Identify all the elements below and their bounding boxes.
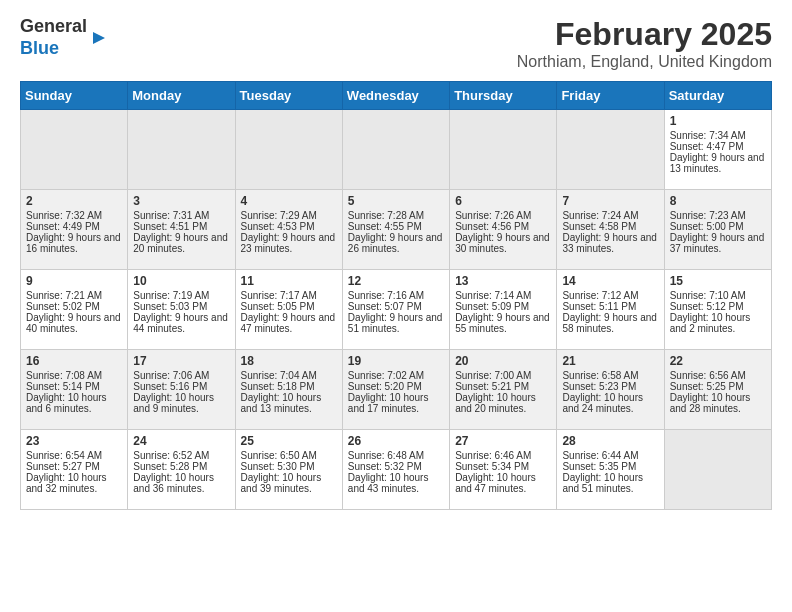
sunrise-text: Sunrise: 7:04 AM <box>241 370 317 381</box>
sunset-text: Sunset: 5:27 PM <box>26 461 100 472</box>
daylight-text: Daylight: 10 hours and 20 minutes. <box>455 392 536 414</box>
calendar-cell: 10Sunrise: 7:19 AMSunset: 5:03 PMDayligh… <box>128 270 235 350</box>
daylight-text: Daylight: 9 hours and 30 minutes. <box>455 232 550 254</box>
calendar-cell: 7Sunrise: 7:24 AMSunset: 4:58 PMDaylight… <box>557 190 664 270</box>
sunset-text: Sunset: 5:30 PM <box>241 461 315 472</box>
header-sunday: Sunday <box>21 82 128 110</box>
sunrise-text: Sunrise: 6:44 AM <box>562 450 638 461</box>
daylight-text: Daylight: 10 hours and 36 minutes. <box>133 472 214 494</box>
calendar-week-2: 2Sunrise: 7:32 AMSunset: 4:49 PMDaylight… <box>21 190 772 270</box>
day-number: 2 <box>26 194 122 208</box>
sunset-text: Sunset: 5:25 PM <box>670 381 744 392</box>
day-number: 6 <box>455 194 551 208</box>
logo-blue: Blue <box>20 38 59 58</box>
sunrise-text: Sunrise: 6:48 AM <box>348 450 424 461</box>
calendar-cell <box>342 110 449 190</box>
daylight-text: Daylight: 10 hours and 39 minutes. <box>241 472 322 494</box>
sunset-text: Sunset: 4:56 PM <box>455 221 529 232</box>
sunset-text: Sunset: 5:32 PM <box>348 461 422 472</box>
calendar-cell: 13Sunrise: 7:14 AMSunset: 5:09 PMDayligh… <box>450 270 557 350</box>
sunrise-text: Sunrise: 6:52 AM <box>133 450 209 461</box>
day-number: 22 <box>670 354 766 368</box>
calendar-cell: 14Sunrise: 7:12 AMSunset: 5:11 PMDayligh… <box>557 270 664 350</box>
calendar-week-3: 9Sunrise: 7:21 AMSunset: 5:02 PMDaylight… <box>21 270 772 350</box>
header-row: Sunday Monday Tuesday Wednesday Thursday… <box>21 82 772 110</box>
sunset-text: Sunset: 4:51 PM <box>133 221 207 232</box>
logo: General Blue <box>20 16 109 59</box>
logo-container: General Blue <box>20 16 109 59</box>
calendar-cell: 22Sunrise: 6:56 AMSunset: 5:25 PMDayligh… <box>664 350 771 430</box>
sunset-text: Sunset: 5:21 PM <box>455 381 529 392</box>
daylight-text: Daylight: 10 hours and 6 minutes. <box>26 392 107 414</box>
header-wednesday: Wednesday <box>342 82 449 110</box>
sunset-text: Sunset: 4:55 PM <box>348 221 422 232</box>
day-number: 12 <box>348 274 444 288</box>
calendar-cell: 18Sunrise: 7:04 AMSunset: 5:18 PMDayligh… <box>235 350 342 430</box>
sunrise-text: Sunrise: 7:12 AM <box>562 290 638 301</box>
calendar-cell: 20Sunrise: 7:00 AMSunset: 5:21 PMDayligh… <box>450 350 557 430</box>
calendar-cell: 15Sunrise: 7:10 AMSunset: 5:12 PMDayligh… <box>664 270 771 350</box>
sunrise-text: Sunrise: 7:26 AM <box>455 210 531 221</box>
sunset-text: Sunset: 5:02 PM <box>26 301 100 312</box>
day-number: 26 <box>348 434 444 448</box>
sunset-text: Sunset: 5:03 PM <box>133 301 207 312</box>
header-tuesday: Tuesday <box>235 82 342 110</box>
day-number: 18 <box>241 354 337 368</box>
calendar-cell: 3Sunrise: 7:31 AMSunset: 4:51 PMDaylight… <box>128 190 235 270</box>
sunset-text: Sunset: 5:11 PM <box>562 301 636 312</box>
calendar-cell: 16Sunrise: 7:08 AMSunset: 5:14 PMDayligh… <box>21 350 128 430</box>
daylight-text: Daylight: 10 hours and 43 minutes. <box>348 472 429 494</box>
sunset-text: Sunset: 5:23 PM <box>562 381 636 392</box>
day-number: 1 <box>670 114 766 128</box>
sunset-text: Sunset: 5:34 PM <box>455 461 529 472</box>
daylight-text: Daylight: 10 hours and 28 minutes. <box>670 392 751 414</box>
sunrise-text: Sunrise: 7:34 AM <box>670 130 746 141</box>
daylight-text: Daylight: 9 hours and 51 minutes. <box>348 312 443 334</box>
daylight-text: Daylight: 10 hours and 13 minutes. <box>241 392 322 414</box>
daylight-text: Daylight: 10 hours and 51 minutes. <box>562 472 643 494</box>
sunset-text: Sunset: 5:12 PM <box>670 301 744 312</box>
daylight-text: Daylight: 10 hours and 9 minutes. <box>133 392 214 414</box>
calendar-cell: 27Sunrise: 6:46 AMSunset: 5:34 PMDayligh… <box>450 430 557 510</box>
day-number: 23 <box>26 434 122 448</box>
day-number: 24 <box>133 434 229 448</box>
sunset-text: Sunset: 5:18 PM <box>241 381 315 392</box>
sunrise-text: Sunrise: 7:21 AM <box>26 290 102 301</box>
sunrise-text: Sunrise: 7:00 AM <box>455 370 531 381</box>
day-number: 5 <box>348 194 444 208</box>
sunrise-text: Sunrise: 7:02 AM <box>348 370 424 381</box>
calendar-cell: 2Sunrise: 7:32 AMSunset: 4:49 PMDaylight… <box>21 190 128 270</box>
calendar-cell: 21Sunrise: 6:58 AMSunset: 5:23 PMDayligh… <box>557 350 664 430</box>
daylight-text: Daylight: 9 hours and 47 minutes. <box>241 312 336 334</box>
daylight-text: Daylight: 9 hours and 33 minutes. <box>562 232 657 254</box>
calendar-cell <box>450 110 557 190</box>
daylight-text: Daylight: 9 hours and 23 minutes. <box>241 232 336 254</box>
day-number: 16 <box>26 354 122 368</box>
sunrise-text: Sunrise: 7:06 AM <box>133 370 209 381</box>
calendar-cell <box>664 430 771 510</box>
calendar-cell <box>21 110 128 190</box>
daylight-text: Daylight: 9 hours and 44 minutes. <box>133 312 228 334</box>
page: General Blue February 2025 Northiam, Eng… <box>0 0 792 526</box>
calendar-cell: 28Sunrise: 6:44 AMSunset: 5:35 PMDayligh… <box>557 430 664 510</box>
svg-marker-0 <box>93 32 105 44</box>
calendar-cell <box>235 110 342 190</box>
calendar-week-5: 23Sunrise: 6:54 AMSunset: 5:27 PMDayligh… <box>21 430 772 510</box>
day-number: 17 <box>133 354 229 368</box>
sunrise-text: Sunrise: 7:32 AM <box>26 210 102 221</box>
calendar-cell: 1Sunrise: 7:34 AMSunset: 4:47 PMDaylight… <box>664 110 771 190</box>
day-number: 3 <box>133 194 229 208</box>
calendar-cell: 9Sunrise: 7:21 AMSunset: 5:02 PMDaylight… <box>21 270 128 350</box>
calendar-cell: 12Sunrise: 7:16 AMSunset: 5:07 PMDayligh… <box>342 270 449 350</box>
day-number: 4 <box>241 194 337 208</box>
sunset-text: Sunset: 4:58 PM <box>562 221 636 232</box>
day-number: 20 <box>455 354 551 368</box>
calendar-cell: 5Sunrise: 7:28 AMSunset: 4:55 PMDaylight… <box>342 190 449 270</box>
daylight-text: Daylight: 9 hours and 58 minutes. <box>562 312 657 334</box>
calendar-cell: 11Sunrise: 7:17 AMSunset: 5:05 PMDayligh… <box>235 270 342 350</box>
sunset-text: Sunset: 5:09 PM <box>455 301 529 312</box>
main-title: February 2025 <box>517 16 772 53</box>
sunset-text: Sunset: 4:53 PM <box>241 221 315 232</box>
sunrise-text: Sunrise: 7:31 AM <box>133 210 209 221</box>
sunset-text: Sunset: 5:14 PM <box>26 381 100 392</box>
